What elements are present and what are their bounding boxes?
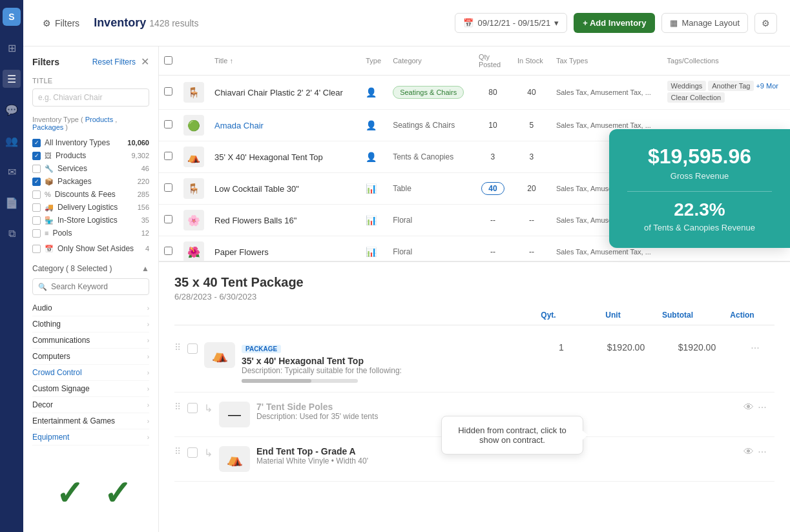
results-count: 1428 results — [149, 18, 198, 28]
manage-layout-button[interactable]: ▦ Manage Layout — [661, 13, 748, 33]
row-checkbox-3[interactable] — [164, 183, 172, 192]
reset-filters-link[interactable]: Reset Filters — [92, 57, 136, 66]
category-item-chevron-2: › — [147, 337, 149, 344]
sidebar-icon-people[interactable]: 👥 — [3, 132, 21, 150]
page-title: Inventory 1428 results — [94, 16, 447, 30]
tooltip-text: Hidden from contract, click to show on c… — [458, 425, 567, 445]
category-item-0[interactable]: Audio › — [32, 300, 149, 316]
item-thumb-3: 🪑 — [183, 178, 204, 199]
category-item-7[interactable]: Entertainment & Games › — [32, 413, 149, 429]
revenue-overlay: $19,595.96 Gross Revenue 22.3% of Tents … — [609, 129, 790, 248]
date-range-button[interactable]: 📅 09/12/21 - 09/15/21 ▾ — [455, 13, 567, 33]
action-dots-0[interactable]: ··· — [751, 342, 759, 354]
type-checkbox-3[interactable] — [32, 190, 41, 199]
date-range-value: 09/12/21 - 09/15/21 — [477, 18, 550, 28]
sidebar-icon-chat[interactable]: 💬 — [3, 101, 21, 119]
pkg-checkbox-2[interactable] — [187, 447, 198, 458]
category-name-1: Clothing — [32, 320, 61, 329]
category-search-input[interactable] — [51, 282, 143, 291]
desc-bar-0 — [242, 379, 358, 383]
type-checkbox-4[interactable] — [32, 203, 41, 212]
set-asides-checkbox[interactable] — [32, 245, 41, 253]
sidebar-icon-mail[interactable]: ✉ — [3, 163, 21, 181]
type-name-1: Services — [57, 164, 138, 173]
row-checkbox-2[interactable] — [164, 152, 172, 160]
filters-toggle-button[interactable]: ⚙ Filters — [36, 14, 86, 32]
category-chevron-icon[interactable]: ▲ — [141, 264, 149, 273]
row-checkbox-5[interactable] — [164, 247, 172, 255]
category-text-3: Table — [393, 184, 411, 193]
category-item-2[interactable]: Communications › — [32, 332, 149, 349]
pkg-checkbox-1[interactable] — [187, 403, 198, 413]
type-checkbox-1[interactable] — [32, 165, 41, 173]
col-category: Category — [388, 46, 473, 76]
pkg-qty-0: 1 — [535, 342, 587, 353]
type-item-4[interactable]: 🚚 Delivery Logistics 156 — [32, 201, 149, 214]
item-title-link-1[interactable]: Amada Chair — [214, 121, 264, 130]
title-filter-input[interactable] — [32, 88, 149, 107]
type-checkbox-6[interactable] — [32, 229, 41, 238]
category-item-3[interactable]: Computers › — [32, 349, 149, 365]
qty-badge-3: 40 — [481, 182, 504, 195]
set-asides-item[interactable]: 📅 Only Show Set Asides 4 — [32, 242, 149, 255]
type-item-0[interactable]: 🖼 Products 9,302 — [32, 149, 149, 162]
action-more2-2[interactable]: ··· — [758, 446, 766, 458]
drag-handle-2[interactable]: ⠿ — [174, 446, 181, 456]
row-checkbox-0[interactable] — [164, 87, 172, 96]
row-checkbox-4[interactable] — [164, 215, 172, 223]
close-filters-button[interactable]: ✕ — [141, 56, 149, 68]
category-item-8[interactable]: Equipment › — [32, 429, 149, 445]
sidebar-icon-doc[interactable]: 📄 — [3, 194, 21, 212]
category-item-4[interactable]: Crowd Control › — [32, 365, 149, 381]
tag-more[interactable]: +9 Mor — [756, 82, 778, 90]
type-count-6: 12 — [141, 229, 149, 237]
category-item-5[interactable]: Custom Signage › — [32, 381, 149, 397]
category-items-list: Audio › Clothing › Communications › Comp… — [32, 300, 149, 445]
type-item-5[interactable]: 🏪 In-Store Logistics 35 — [32, 214, 149, 227]
row-checkbox-1[interactable] — [164, 120, 172, 128]
type-checkbox-all[interactable] — [32, 139, 41, 147]
action-dots-1[interactable]: 👁 — [743, 402, 754, 413]
sidebar-icon-grid[interactable]: ⊞ — [3, 39, 21, 57]
type-item-all[interactable]: All Inventory Types 10,060 — [32, 136, 149, 149]
category-item-chevron-8: › — [147, 434, 149, 441]
action-more-1[interactable]: ··· — [758, 402, 766, 413]
pkg-action-2: 👁··· — [736, 446, 774, 458]
hidden-tooltip: Hidden from contract, click to show on c… — [441, 416, 583, 455]
pkg-action-0: ··· — [736, 342, 774, 354]
drag-handle-0[interactable]: ⠿ — [174, 342, 181, 353]
add-inventory-button[interactable]: + Add Inventory — [574, 13, 655, 33]
settings-button[interactable]: ⚙ — [754, 13, 777, 34]
col-action-label: Action — [710, 311, 774, 320]
pkg-name-0: 35' x 40' Hexagonal Tent Top — [242, 356, 529, 366]
select-all-checkbox[interactable] — [164, 56, 172, 65]
qty-text-5: -- — [490, 247, 495, 256]
type-item-6[interactable]: ≡ Pools 12 — [32, 227, 149, 240]
filters-panel-title: Filters — [32, 57, 59, 67]
type-item-2[interactable]: 📦 Packages 220 — [32, 175, 149, 188]
table-row[interactable]: 🪑 Chiavari Chair Plastic 2' 2' 4' Clear … — [159, 76, 790, 110]
type-item-1[interactable]: 🔧 Services 46 — [32, 162, 149, 175]
type-icon-cell-4: 📊 — [366, 215, 377, 225]
type-count-2: 220 — [138, 178, 149, 185]
category-item-chevron-4: › — [147, 369, 149, 376]
pkg-checkbox-0[interactable] — [187, 343, 198, 354]
type-checkbox-5[interactable] — [32, 216, 41, 225]
action-hide-2[interactable]: 👁 — [743, 446, 754, 458]
pkg-desc-0: Description: Typically suitable for the … — [242, 366, 529, 375]
type-name-5: In-Store Logistics — [57, 216, 138, 225]
category-item-chevron-6: › — [147, 402, 149, 409]
title-filter-section: Title — [32, 77, 149, 107]
type-item-3[interactable]: % Discounts & Fees 285 — [32, 188, 149, 201]
drag-handle-1[interactable]: ⠿ — [174, 402, 181, 412]
type-checkbox-0[interactable] — [32, 152, 41, 160]
type-icon-6: ≡ — [45, 229, 48, 237]
category-item-1[interactable]: Clothing › — [32, 316, 149, 332]
sidebar-icon-layers[interactable]: ⧉ — [3, 225, 21, 243]
type-checkbox-2[interactable] — [32, 178, 41, 186]
set-asides-label: Only Show Set Asides — [57, 244, 141, 253]
type-count-3: 285 — [138, 190, 149, 198]
calendar-small-icon: 📅 — [45, 245, 54, 253]
sidebar-icon-inventory[interactable]: ☰ — [3, 70, 21, 88]
category-item-6[interactable]: Decor › — [32, 397, 149, 413]
